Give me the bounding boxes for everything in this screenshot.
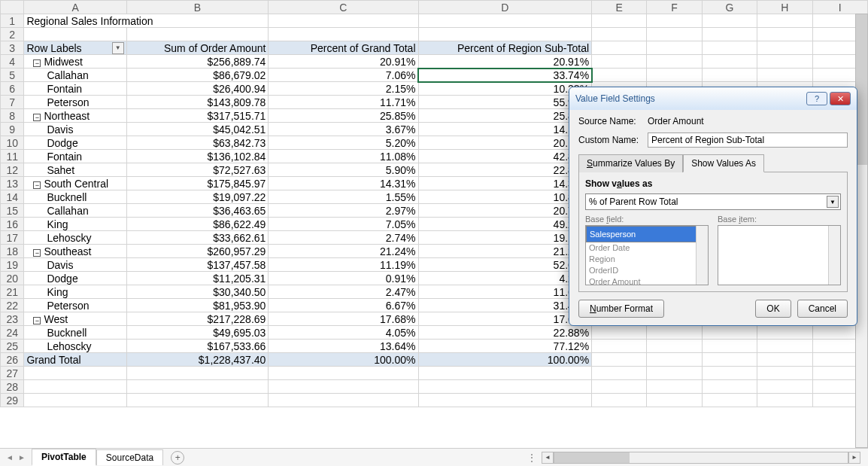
cell[interactable] [647,326,702,340]
tab-nav-buttons[interactable]: ◄ ► [0,453,32,461]
cell[interactable]: 6.67% [269,299,418,312]
cancel-button[interactable]: Cancel [797,300,848,318]
cell[interactable]: $86,622.49 [126,218,269,231]
cell[interactable]: 25.85% [269,109,418,123]
row-header[interactable]: 8 [1,109,24,123]
collapse-icon[interactable]: − [33,114,41,121]
cell[interactable]: $45,042.51 [126,123,269,136]
cell[interactable] [592,55,647,69]
sheet-tab-sourcedata[interactable]: SourceData [96,449,163,465]
row-header[interactable]: 28 [1,380,24,394]
cell[interactable]: Percent of Grand Total [269,41,418,55]
cell[interactable] [702,326,757,340]
cell[interactable]: 7.06% [269,69,418,82]
cell[interactable]: Sum of Order Amount [126,41,269,55]
col-header-D[interactable]: D [418,1,592,14]
cell[interactable]: $260,957.29 [126,245,269,258]
cell[interactable]: $143,809.78 [126,96,269,109]
cell[interactable] [702,367,757,380]
cell[interactable]: 22.88% [418,326,592,340]
row-header[interactable]: 24 [1,326,24,340]
cell[interactable]: 20.74% [418,204,592,218]
cell[interactable]: $137,457.58 [126,258,269,272]
cell[interactable]: Percent of Region Sub-Total [418,41,592,55]
row-header[interactable]: 1 [1,14,24,28]
cell[interactable] [418,394,592,407]
cell[interactable] [702,394,757,407]
cell[interactable]: $72,527.63 [126,163,269,177]
cell[interactable]: −Southeast [24,245,126,258]
cell[interactable] [702,41,757,55]
select-all-corner[interactable] [1,1,24,14]
row-header[interactable]: 9 [1,123,24,136]
cell[interactable]: $81,953.90 [126,299,269,312]
row-header[interactable]: 27 [1,367,24,380]
cell[interactable] [647,394,702,407]
cell[interactable] [126,367,269,380]
cell[interactable]: 21.24% [269,245,418,258]
cell[interactable]: 11.71% [269,96,418,109]
cell[interactable] [592,367,647,380]
ok-button[interactable]: OK [755,300,791,318]
cell[interactable]: 52.67% [418,258,592,272]
cell[interactable] [592,14,647,28]
cell[interactable]: $11,205.31 [126,272,269,285]
cell[interactable] [757,340,812,353]
row-header[interactable]: 3 [1,41,24,55]
horizontal-scrollbar[interactable]: ⋮ ◄ ► [527,451,860,464]
cell[interactable]: −South Central [24,177,126,190]
row-header[interactable]: 26 [1,353,24,367]
cell[interactable]: $63,842.73 [126,136,269,150]
row-header[interactable]: 16 [1,218,24,231]
cell[interactable] [269,380,418,394]
tab-first-icon[interactable]: ◄ [5,453,15,461]
cell[interactable]: King [24,218,126,231]
cell[interactable] [24,367,126,380]
tab-next-icon[interactable]: ► [17,453,27,461]
row-header[interactable]: 15 [1,204,24,218]
cell[interactable] [647,367,702,380]
cell[interactable]: Bucknell [24,326,126,340]
cell[interactable] [757,353,812,367]
cell[interactable]: $30,340.50 [126,285,269,299]
row-header[interactable]: 25 [1,340,24,353]
cell[interactable] [647,28,702,41]
cell[interactable]: Dodge [24,136,126,150]
cell[interactable] [647,69,702,82]
cell[interactable] [592,340,647,353]
cell[interactable] [702,14,757,28]
cell[interactable]: $19,097.22 [126,190,269,204]
row-header[interactable]: 2 [1,28,24,41]
cell[interactable]: 2.15% [269,82,418,96]
cell[interactable]: 19.14% [418,231,592,245]
cell[interactable]: 11.63% [418,285,592,299]
cell[interactable]: −West [24,312,126,326]
base-field-listbox[interactable]: SalespersonOrder DateRegionOrderIDOrder … [585,225,709,285]
tab-summarize-values-by[interactable]: Summarize Values By [578,154,683,172]
cell[interactable] [269,367,418,380]
cell[interactable] [269,394,418,407]
add-sheet-button[interactable]: + [171,451,184,464]
scroll-left-icon[interactable]: ◄ [542,452,554,464]
row-header[interactable]: 21 [1,285,24,299]
cell[interactable]: 13.64% [269,340,418,353]
cell[interactable]: 11.08% [269,150,418,163]
col-header-B[interactable]: B [126,1,269,14]
cell[interactable]: Grand Total [24,353,126,367]
cell[interactable]: $33,662.61 [126,231,269,245]
col-header-H[interactable]: H [757,1,812,14]
cell[interactable]: $86,679.02 [126,69,269,82]
cell[interactable]: Row Labels▼ [24,41,126,55]
cell[interactable]: 20.11% [418,136,592,150]
row-header[interactable]: 11 [1,150,24,163]
cell[interactable]: 4.29% [418,272,592,285]
cell[interactable]: 17.68% [269,312,418,326]
cell[interactable]: $217,228.69 [126,312,269,326]
cell[interactable]: 14.31% [269,177,418,190]
cell[interactable]: −Midwest [24,55,126,69]
base-field-option[interactable]: Order Amount [586,276,708,285]
base-field-option[interactable]: Region [586,254,708,265]
cell[interactable]: 10.28% [418,82,592,96]
cell[interactable] [126,28,269,41]
cell[interactable]: Dodge [24,272,126,285]
